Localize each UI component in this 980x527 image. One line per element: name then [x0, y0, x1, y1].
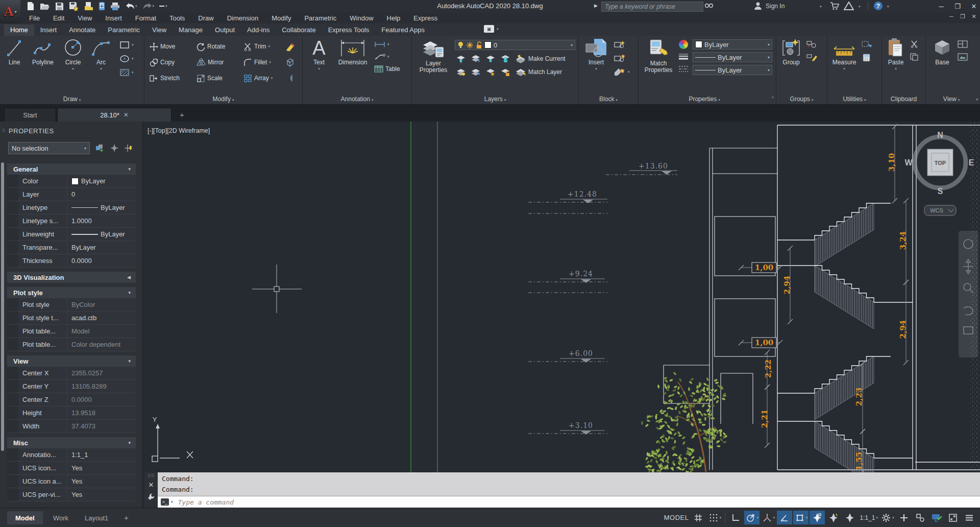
help-dropdown-icon[interactable]: ▾ — [887, 5, 889, 9]
measure-button[interactable]: Measure▾ — [830, 38, 858, 71]
ribbon-tab-insert[interactable]: Insert — [34, 25, 63, 36]
property-row[interactable]: LineweightByLayer — [7, 228, 136, 241]
new-file-icon[interactable] — [27, 2, 35, 11]
property-row[interactable]: Center X2355.0257 — [7, 367, 136, 380]
polar-tracking-toggle[interactable]: ▾ — [744, 511, 760, 524]
property-row[interactable]: UCS per-vi...Yes — [7, 488, 136, 501]
file-tab-document[interactable]: 28.10*✕ — [57, 108, 172, 122]
property-row[interactable]: UCS icon...Yes — [7, 462, 136, 475]
wcs-dropdown[interactable]: WCS — [924, 205, 956, 215]
layer-isolate-icon[interactable] — [456, 54, 466, 63]
paste-button[interactable]: Paste▾ — [885, 38, 906, 71]
trim-button[interactable]: Trim▾ — [243, 40, 285, 53]
restore-button[interactable]: ❐ — [950, 1, 965, 11]
menu-item-dimension[interactable]: Dimension — [220, 12, 265, 23]
layout-tab-work[interactable]: Work — [45, 511, 77, 524]
fillet-button[interactable]: Fillet▾ — [243, 56, 285, 69]
new-layout-button[interactable]: + — [124, 513, 129, 522]
close-button[interactable]: ✕ — [967, 1, 980, 11]
linetype-icon[interactable] — [678, 65, 689, 74]
property-row[interactable]: Layer0 — [7, 188, 136, 201]
quick-select-icon[interactable] — [861, 40, 872, 49]
edit-block-icon[interactable] — [614, 54, 626, 63]
doc-restore-icon[interactable]: ❐ — [959, 13, 967, 20]
annotation-scale-icon[interactable] — [842, 511, 857, 524]
leader-button[interactable]: ▾ — [374, 53, 400, 60]
menu-item-draw[interactable]: Draw — [191, 12, 220, 23]
panel-label-properties[interactable]: Properties▾» — [639, 95, 776, 103]
explode-button[interactable] — [285, 56, 301, 69]
quick-calc-icon[interactable] — [861, 54, 872, 62]
dimension-label[interactable]: 3,10 — [887, 153, 896, 172]
a360-dropdown-icon[interactable]: ▾ — [859, 5, 861, 9]
menu-item-insert[interactable]: Insert — [99, 12, 129, 23]
color-select[interactable]: ByLayer▾ — [693, 39, 772, 50]
open-file-icon[interactable] — [40, 2, 50, 10]
property-row[interactable]: LinetypeByLayer — [7, 201, 136, 214]
insert-button[interactable]: Insert▾ — [583, 38, 609, 71]
palette-scrollbar[interactable] — [1, 162, 4, 451]
a360-icon[interactable] — [844, 2, 854, 10]
ribbon-tab-annotate[interactable]: Annotate — [63, 25, 102, 36]
dimension-label[interactable]: 2,23 — [854, 388, 864, 406]
layout-tab-layout1[interactable]: Layout1 — [77, 511, 116, 524]
quick-select-palette-icon[interactable] — [124, 143, 134, 153]
save-icon[interactable] — [55, 2, 64, 11]
new-tab-button[interactable]: + — [180, 110, 184, 119]
mobile-upload-icon[interactable] — [99, 2, 105, 11]
menu-item-parametric[interactable]: Parametric — [298, 12, 343, 23]
graphics-performance-button[interactable] — [929, 511, 944, 524]
navigation-bar[interactable] — [959, 231, 978, 357]
panel-label-draw[interactable]: Draw▾ — [0, 95, 144, 103]
section-header[interactable]: View▾ — [7, 355, 136, 367]
undo-button[interactable]: ▾ — [125, 3, 137, 10]
line-button[interactable]: Line — [3, 38, 26, 66]
application-menu-button[interactable]: A▾ — [0, 0, 20, 23]
layer-lock-icon[interactable] — [500, 54, 510, 63]
grid-toggle[interactable] — [691, 511, 706, 524]
menu-item-tools[interactable]: Tools — [163, 12, 191, 23]
selection-dropdown[interactable]: No selection▾ — [8, 142, 90, 154]
menu-item-modify[interactable]: Modify — [265, 12, 298, 23]
dimension-button[interactable]: Dimension — [333, 38, 372, 66]
table-button[interactable]: Table — [374, 65, 400, 73]
polyline-button[interactable]: Polyline — [30, 38, 56, 66]
ribbon-collapse-button[interactable]: ▣ — [484, 25, 494, 33]
status-menu-button[interactable] — [962, 511, 977, 524]
drawing-canvas[interactable]: [-][Top][2D Wireframe] Y — [143, 122, 980, 472]
linear-dimension-button[interactable]: ▾ — [374, 41, 400, 48]
redo-button[interactable]: ▾ — [142, 3, 155, 10]
dimension-label[interactable]: 2,22 — [764, 360, 773, 378]
dimension-label[interactable]: 1,00 — [755, 338, 774, 347]
settings-gear-button[interactable]: ▾ — [880, 511, 895, 524]
dimension-label[interactable]: 3,24 — [898, 231, 908, 250]
scale-button[interactable]: Scale — [197, 71, 243, 85]
panel-label-groups[interactable]: Groups▾ — [776, 95, 827, 103]
annotation-scale-value[interactable]: 1:1_1▾ — [859, 511, 879, 524]
panel-label-view[interactable]: View▾ — [926, 95, 977, 103]
group-edit-icon[interactable] — [806, 54, 817, 62]
save-as-icon[interactable] — [69, 2, 79, 11]
property-row[interactable]: Width37.4073 — [7, 420, 136, 433]
match-properties-button[interactable]: Match Properties — [642, 39, 675, 74]
isometric-drafting-toggle[interactable]: ▾ — [761, 511, 776, 524]
stretch-button[interactable]: Stretch — [150, 71, 197, 85]
section-header[interactable]: Plot style▾ — [7, 287, 136, 298]
command-customize-icon[interactable] — [147, 493, 155, 501]
ribbon-tab-add-ins[interactable]: Add-ins — [241, 25, 276, 36]
menu-item-help[interactable]: Help — [380, 12, 407, 23]
ortho-toggle[interactable] — [728, 511, 743, 524]
property-row[interactable]: Annotatio...1:1_1 — [7, 448, 136, 462]
customization-plus-button[interactable] — [896, 511, 912, 524]
section-header[interactable]: Misc▾ — [7, 437, 136, 448]
menu-item-format[interactable]: Format — [129, 12, 163, 23]
ribbon-tab-express-tools[interactable]: Express Tools — [322, 25, 376, 36]
palette-grip-icon[interactable]: ⠿ — [2, 129, 6, 133]
panel-label-modify[interactable]: Modify▾ — [144, 95, 302, 103]
menu-item-window[interactable]: Window — [343, 12, 380, 23]
panel-label-block[interactable]: Block▾ — [579, 95, 638, 103]
panel-label-annotation[interactable]: Annotation▾ — [303, 95, 411, 103]
ribbon-tab-featured-apps[interactable]: Featured Apps — [375, 25, 431, 36]
ribbon-tab-home[interactable]: Home — [4, 25, 34, 36]
file-tab-start[interactable]: Start — [4, 108, 56, 122]
